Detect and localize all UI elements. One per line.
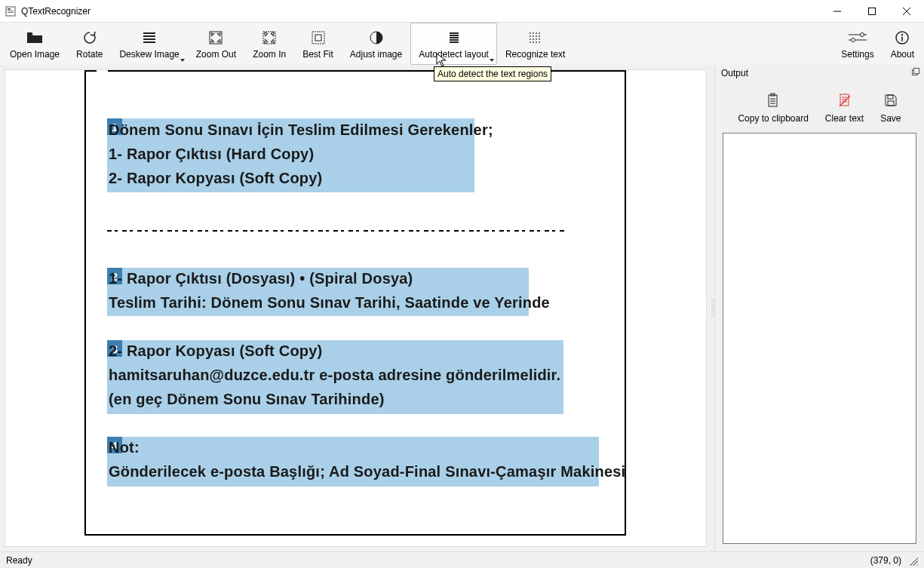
open-image-button[interactable]: Open Image [2,23,68,65]
svg-rect-5 [869,8,876,14]
doc-text: 2- Rapor Kopyası (Soft Copy) [109,342,322,360]
doc-text: Teslim Tarihi: Dönem Sonu Sınav Tarihi, … [109,294,550,312]
dropdown-caret-icon [180,59,185,62]
clear-icon [838,92,852,109]
doc-text: 1- Rapor Çıktısı (Hard Copy) [109,146,314,163]
resize-grip[interactable] [907,555,918,566]
output-toolbar: Copy to clipboard Clear text Save [715,81,924,130]
save-icon [884,92,898,109]
svg-point-30 [530,38,531,40]
recognize-icon [528,29,543,46]
output-title: Output [721,68,748,78]
doc-text: 2- Rapor Kopyası (Soft Copy) [109,170,322,187]
rotate-icon [82,29,97,46]
best-fit-button[interactable]: Best Fit [294,23,342,65]
deskew-image-button[interactable]: Deskew Image [111,23,187,65]
svg-rect-44 [902,37,904,41]
svg-rect-2 [8,11,14,11]
folder-icon [26,29,43,46]
svg-point-35 [533,41,534,43]
zoom-out-button[interactable]: Zoom Out [188,23,244,65]
svg-rect-3 [8,12,14,13]
adjust-image-button[interactable]: Adjust image [342,23,410,65]
svg-point-36 [536,41,537,43]
autodetect-layout-button[interactable]: Autodetect layout [410,23,497,65]
status-ready: Ready [6,555,32,566]
svg-rect-46 [914,69,919,74]
workspace: 1 Dönem Sonu Sınavı İçin Teslim Edilmesi… [0,65,924,551]
copy-icon [766,92,780,109]
save-button[interactable]: Save [876,92,905,124]
svg-rect-58 [888,101,894,106]
zoom-in-button[interactable]: Zoom In [244,23,294,65]
about-button[interactable]: About [883,23,922,65]
doc-text: Dönem Sonu Sınavı İçin Teslim Edilmesi G… [109,121,493,139]
zoom-in-icon [262,29,277,46]
svg-point-33 [539,38,540,40]
maximize-button[interactable] [855,0,889,23]
doc-text: Gönderilecek e-posta Başlığı; Ad Soyad-F… [109,463,625,480]
about-icon [895,29,909,46]
svg-point-32 [536,38,537,40]
svg-point-39 [860,33,864,37]
svg-point-34 [530,41,531,43]
adjust-icon [370,29,383,46]
svg-point-37 [539,41,540,43]
doc-text: (en geç Dönem Sonu Sınav Tarihinde) [109,391,385,408]
svg-point-29 [539,35,540,37]
statusbar: Ready (379, 0) [0,551,924,568]
svg-point-23 [533,32,534,34]
main-toolbar: Open Image Rotate Deskew Image Zoom Out … [0,23,924,65]
svg-point-31 [533,38,534,40]
status-coords: (379, 0) [870,555,901,566]
canvas-pane: 1 Dönem Sonu Sınavı İçin Teslim Edilmesi… [0,65,711,551]
svg-point-28 [536,35,537,37]
svg-rect-15 [315,35,321,41]
minimize-button[interactable] [820,0,855,23]
doc-text: hamitsaruhan@duzce.edu.tr e-posta adresi… [109,367,560,384]
svg-rect-57 [888,95,893,99]
clear-text-button[interactable]: Clear text [821,92,868,124]
close-button[interactable] [889,0,924,23]
deskew-icon [142,29,157,46]
svg-point-24 [536,32,537,34]
layout-icon [447,29,462,46]
undock-icon[interactable] [910,66,921,77]
output-textarea[interactable] [723,133,916,544]
image-canvas[interactable]: 1 Dönem Sonu Sınavı İçin Teslim Edilmesi… [5,69,707,547]
svg-point-27 [533,35,534,37]
titlebar: QTextRecognizer [0,0,924,23]
recognize-text-button[interactable]: Recognize text [497,23,573,65]
copy-clipboard-button[interactable]: Copy to clipboard [733,92,812,124]
svg-point-25 [539,32,540,34]
app-icon [5,5,17,17]
svg-point-22 [530,32,531,34]
doc-text: 1- Rapor Çıktısı (Dosyası) • (Spiral Dos… [109,270,413,287]
document-page: 1 Dönem Sonu Sınavı İçin Teslim Edilmesi… [84,70,626,536]
svg-rect-14 [312,32,324,44]
zoom-out-icon [208,29,223,46]
best-fit-icon [311,29,326,46]
output-header: Output [715,65,924,81]
rotate-button[interactable]: Rotate [68,23,111,65]
svg-rect-1 [8,8,11,10]
app-title: QTextRecognizer [21,6,91,17]
splitter[interactable] [711,65,714,551]
svg-point-26 [530,35,531,37]
separator-line [107,230,567,232]
dropdown-caret-icon [490,59,494,62]
settings-button[interactable]: Settings [833,23,882,65]
doc-text: Not: [109,439,140,456]
svg-point-41 [851,38,855,42]
output-pane: Output Copy to clipboard Clear text [714,65,924,551]
svg-point-43 [901,34,903,35]
tooltip: Auto detect the text regions [434,66,551,81]
settings-icon [849,29,867,46]
